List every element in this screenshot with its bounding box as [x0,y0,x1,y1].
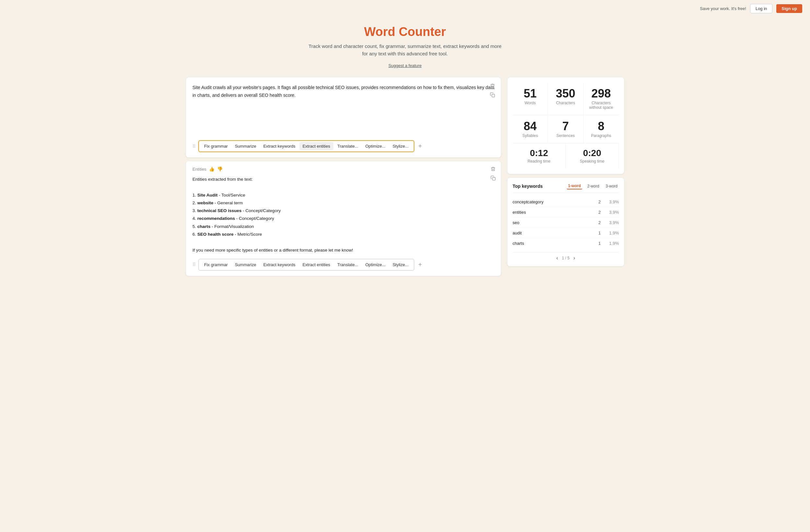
keyword-pct-1: 3.9% [606,199,619,204]
save-text: Save your work. It's free! [700,6,746,11]
result-item-4: 4. recommendations - Concept/Category [192,215,495,222]
translate-button[interactable]: Translate... [334,142,361,150]
fix-grammar-button-2[interactable]: Fix grammar [201,261,231,269]
result-delete-button[interactable] [490,166,496,172]
result-item-5: 5. charts - Format/Visualization [192,223,495,231]
stat-characters-value: 350 [550,88,580,99]
stat-reading-time-value: 0:12 [515,149,563,158]
optimize-button[interactable]: Optimize... [362,142,389,150]
keyword-pct-3: 3.9% [606,220,619,225]
toolbar-buttons-2: Fix grammar Summarize Extract keywords E… [198,259,415,271]
stats-grid: 51 Words 350 Characters 298 Characters w… [513,83,619,143]
keywords-title: Top keywords [513,184,563,189]
page-title: Word Counter [5,25,805,39]
thumbup-button[interactable]: 👍 [209,166,214,172]
extract-keywords-button[interactable]: Extract keywords [260,142,299,150]
keyword-count-1: 2 [591,199,601,204]
stat-characters-label: Characters [550,101,580,105]
result-footer-text: If you need more specific types of entit… [192,246,495,254]
main-content: Site Audit crawls all your website's pag… [178,78,632,289]
result-item-2: 2. website - General term [192,199,495,207]
keyword-tab-3word[interactable]: 3-word [604,183,619,189]
extract-keywords-button-2[interactable]: Extract keywords [260,261,299,269]
keyword-count-2: 2 [591,210,601,215]
text-input-content[interactable]: Site Audit crawls all your website's pag… [192,84,495,136]
keyword-tab-2word[interactable]: 2-word [586,183,601,189]
toolbar-2: ⠿ Fix grammar Summarize Extract keywords… [192,259,495,271]
keyword-pct-5: 1.9% [606,241,619,246]
stat-syllables: 84 Syllables [513,115,548,143]
keyword-word-1: conceptcategory [513,199,591,204]
stylize-button-2[interactable]: Stylize... [389,261,412,269]
keyword-row-5: charts 1 1.9% [513,238,619,248]
keyword-count-5: 1 [591,241,601,246]
keyword-pct-2: 3.9% [606,210,619,215]
fix-grammar-button[interactable]: Fix grammar [201,142,231,150]
stat-speaking-time: 0:20 Speaking time [566,144,619,169]
keyword-rows: conceptcategory 2 3.9% entities 2 3.9% s… [513,197,619,248]
keyword-tab-1word[interactable]: 1-word [567,183,582,189]
result-copy-button[interactable] [490,175,496,181]
stat-paragraphs-label: Paragraphs [586,133,616,138]
result-header-text: Entities extracted from the text: [192,176,495,183]
stat-sentences: 7 Sentences [548,115,583,143]
drag-handle-icon-2[interactable]: ⠿ [192,262,196,267]
extract-entities-button[interactable]: Extract entities [299,142,334,150]
stat-speaking-time-value: 0:20 [568,149,616,158]
hero-subtitle: Track word and character count, fix gram… [308,43,502,57]
keyword-row-2: entities 2 3.9% [513,207,619,218]
stat-sentences-label: Sentences [550,133,580,138]
summarize-button[interactable]: Summarize [232,142,260,150]
toolbar-add-button-2[interactable]: + [418,261,422,268]
stat-chars-no-space-label: Characters without space [586,101,616,110]
stat-syllables-value: 84 [515,120,545,132]
drag-handle-icon[interactable]: ⠿ [192,144,196,149]
translate-button-2[interactable]: Translate... [334,261,361,269]
login-button[interactable]: Log in [750,4,773,13]
suggest-feature-link[interactable]: Suggest a feature [388,63,422,68]
keyword-row-3: seo 2 3.9% [513,218,619,228]
signup-button[interactable]: Sign up [776,4,802,13]
result-card-body: Entities extracted from the text: 1. Sit… [192,176,495,254]
left-panel: Site Audit crawls all your website's pag… [186,78,501,276]
thumbdown-button[interactable]: 👎 [217,166,223,172]
extract-entities-button-2[interactable]: Extract entities [299,261,334,269]
svg-rect-1 [492,178,496,180]
next-page-button[interactable]: › [573,255,575,261]
result-card-title: Entities [192,167,206,172]
keyword-word-2: entities [513,210,591,215]
stats-card: 51 Words 350 Characters 298 Characters w… [507,78,624,174]
stat-characters: 350 Characters [548,83,583,115]
top-bar: Save your work. It's free! Log in Sign u… [0,0,810,17]
stat-speaking-time-label: Speaking time [568,159,616,164]
stat-words-label: Words [515,101,545,105]
page-info: 1 / 5 [562,256,569,260]
prev-page-button[interactable]: ‹ [556,255,558,261]
delete-button[interactable] [489,83,496,89]
times-grid: 0:12 Reading time 0:20 Speaking time [513,143,619,169]
right-panel: 51 Words 350 Characters 298 Characters w… [507,78,624,276]
stat-words-value: 51 [515,88,545,99]
keyword-row-1: conceptcategory 2 3.9% [513,197,619,207]
stat-chars-no-space: 298 Characters without space [584,83,619,115]
toolbar-buttons-1: Fix grammar Summarize Extract keywords E… [198,140,415,152]
result-card-actions [490,166,496,181]
keyword-word-5: charts [513,241,591,246]
stylize-button[interactable]: Stylize... [389,142,412,150]
keyword-word-3: seo [513,220,591,225]
stat-words: 51 Words [513,83,548,115]
keyword-row-4: audit 1 1.9% [513,228,619,238]
svg-rect-0 [492,94,495,97]
result-item-1: 1. Site Audit - Tool/Service [192,192,495,199]
text-input-card: Site Audit crawls all your website's pag… [186,78,501,157]
stat-paragraphs-value: 8 [586,120,616,132]
summarize-button-2[interactable]: Summarize [232,261,260,269]
optimize-button-2[interactable]: Optimize... [362,261,389,269]
copy-button[interactable] [489,92,496,98]
toolbar-add-button[interactable]: + [418,143,422,150]
stat-paragraphs: 8 Paragraphs [584,115,619,143]
hero-section: Word Counter Track word and character co… [0,17,810,78]
keywords-pagination: ‹ 1 / 5 › [513,252,619,261]
stat-chars-no-space-value: 298 [586,88,616,99]
keyword-count-4: 1 [591,231,601,235]
